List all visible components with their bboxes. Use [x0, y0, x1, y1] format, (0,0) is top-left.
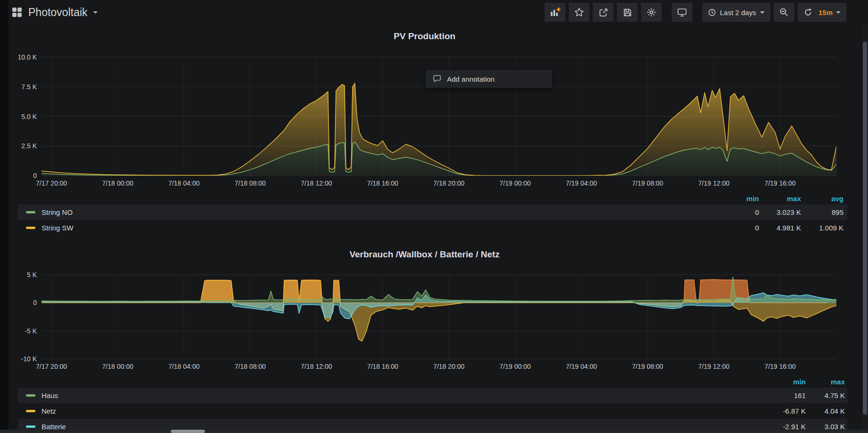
star-icon	[574, 7, 584, 17]
y-tick-label: 0	[33, 172, 37, 179]
x-tick-label: 7/18 08:00	[235, 179, 266, 187]
legend-header-min[interactable]: min	[746, 195, 759, 203]
pv-produktion-chart[interactable]: 02.5 K5.0 K7.5 K10.0 K7/17 20:007/18 00:…	[0, 52, 850, 190]
settings-button[interactable]	[641, 3, 662, 22]
y-tick-label: 0	[33, 299, 37, 306]
x-tick-label: 7/19 00:00	[499, 363, 531, 370]
share-button[interactable]	[593, 3, 614, 22]
series-color-dash	[26, 211, 35, 213]
y-tick-label: 5.0 K	[21, 113, 37, 120]
x-tick-label: 7/19 16:00	[765, 179, 796, 187]
x-tick-label: 7/19 04:00	[566, 363, 597, 370]
legend-header-min[interactable]: min	[793, 378, 806, 386]
clock-icon	[708, 8, 716, 17]
y-tick-label: 10.0 K	[18, 53, 37, 61]
x-tick-label: 7/18 00:00	[102, 179, 133, 187]
horizontal-scrollbar-thumb[interactable]	[171, 430, 205, 433]
bar-chart-plus-icon	[549, 7, 561, 17]
series-avg-value: 1.009 K	[819, 220, 843, 236]
series-max-value: 4.75 K	[825, 388, 845, 403]
series-min-value: 0	[755, 204, 759, 220]
zoom-out-button[interactable]	[774, 3, 794, 22]
save-button[interactable]	[617, 3, 638, 22]
x-tick-label: 7/19 16:00	[765, 363, 796, 370]
x-tick-label: 7/17 20:00	[36, 363, 67, 370]
series-color-dash	[26, 227, 35, 229]
refresh-button[interactable]	[798, 3, 818, 22]
legend-header-row: min max	[18, 378, 847, 388]
x-tick-label: 7/18 12:00	[301, 363, 332, 370]
x-tick-label: 7/19 08:00	[632, 179, 663, 187]
x-tick-label: 7/19 04:00	[566, 179, 597, 187]
legend-header-row: min max avg	[18, 195, 847, 204]
x-tick-label: 7/18 12:00	[301, 179, 332, 187]
series-max-value: 4.981 K	[776, 220, 801, 236]
x-tick-label: 7/17 20:00	[36, 179, 67, 187]
x-tick-label: 7/18 16:00	[367, 179, 398, 187]
pv-produktion-legend: min max avg String NO 0 3.023 K 895 Stri…	[18, 195, 847, 237]
share-icon	[598, 8, 608, 17]
vertical-scrollbar-thumb[interactable]	[863, 42, 867, 415]
x-tick-label: 7/18 04:00	[169, 363, 200, 370]
monitor-icon	[677, 7, 687, 17]
series-min-value: 161	[794, 388, 806, 403]
navbar: Photovoltaik	[8, 0, 868, 25]
add-annotation-menu-item[interactable]: Add annotation	[426, 70, 552, 88]
legend-header-avg[interactable]: avg	[831, 195, 843, 203]
add-panel-button[interactable]	[545, 3, 565, 22]
panel-title-verbrauch[interactable]: Verbrauch /Wallbox / Batterie / Netz	[0, 249, 849, 260]
series-label[interactable]: String NO	[42, 208, 73, 216]
navbar-actions: Last 2 days 15m	[541, 3, 846, 22]
legend-row-haus[interactable]: Haus 161 4.75 K	[18, 388, 847, 403]
refresh-interval-label[interactable]: 15m	[818, 8, 833, 17]
gear-icon	[646, 7, 657, 17]
x-tick-label: 7/19 00:00	[499, 179, 531, 187]
verbrauch-legend: min max Haus 161 4.75 K Netz -6.87 K 4.0…	[18, 378, 847, 433]
star-button[interactable]	[569, 3, 590, 22]
dashboard-title[interactable]: Photovoltaik	[28, 6, 87, 19]
series-label[interactable]: String SW	[42, 224, 74, 232]
save-icon	[623, 8, 632, 17]
y-tick-label: 5 K	[27, 271, 37, 279]
series-color-dash	[26, 425, 35, 428]
cycle-view-button[interactable]	[672, 3, 692, 22]
horizontal-scrollbar-track[interactable]	[0, 430, 868, 433]
caret-down-icon	[836, 11, 841, 14]
time-range-label: Last 2 days	[720, 8, 756, 17]
legend-row-netz[interactable]: Netz -6.87 K 4.04 K	[18, 403, 847, 419]
x-tick-label: 7/18 08:00	[235, 363, 266, 370]
legend-row-string-no[interactable]: String NO 0 3.023 K 895	[18, 204, 847, 220]
series-avg-value: 895	[832, 204, 843, 220]
x-tick-label: 7/19 12:00	[698, 179, 729, 187]
x-tick-label: 7/18 04:00	[169, 179, 200, 187]
x-tick-label: 7/18 16:00	[367, 363, 398, 370]
legend-header-max[interactable]: max	[787, 195, 801, 203]
y-tick-label: -5 K	[25, 327, 37, 335]
x-tick-label: 7/18 20:00	[433, 363, 464, 370]
legend-row-string-sw[interactable]: String SW 0 4.981 K 1.009 K	[18, 220, 847, 236]
series-label[interactable]: Haus	[42, 391, 58, 399]
series-label[interactable]: Netz	[42, 407, 56, 415]
series-color-dash	[26, 410, 35, 412]
panel-title-pv-produktion[interactable]: PV Produktion	[0, 31, 849, 42]
y-tick-label: -10 K	[21, 355, 37, 363]
caret-down-icon	[760, 11, 765, 14]
apps-grid-icon	[12, 7, 23, 17]
refresh-picker: 15m	[798, 3, 846, 22]
series-min-value: 0	[755, 220, 759, 236]
magnifier-minus-icon	[779, 7, 789, 17]
refresh-icon	[803, 8, 813, 17]
y-tick-label: 7.5 K	[21, 83, 37, 91]
x-tick-label: 7/19 12:00	[698, 363, 729, 370]
series-color-dash	[26, 394, 35, 397]
dashboard-title-dropdown[interactable]: Photovoltaik	[12, 6, 98, 19]
verbrauch-chart[interactable]: 5 K0-5 K-10 K7/17 20:007/18 00:007/18 04…	[0, 269, 850, 378]
menu-item-label: Add annotation	[447, 75, 495, 83]
legend-header-max[interactable]: max	[831, 378, 845, 386]
x-tick-label: 7/19 08:00	[632, 363, 663, 370]
series-min-value: -6.87 K	[783, 403, 806, 419]
time-range-picker[interactable]: Last 2 days	[702, 3, 770, 22]
x-tick-label: 7/18 20:00	[433, 179, 464, 187]
y-tick-label: 2.5 K	[21, 142, 37, 150]
series-max-value: 4.04 K	[825, 403, 845, 419]
